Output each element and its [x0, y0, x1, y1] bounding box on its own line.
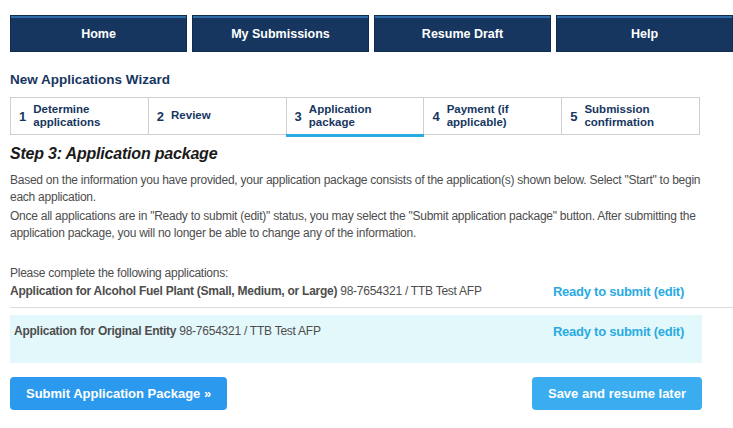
application-title: Application for Original Entity98-765432…	[14, 324, 321, 338]
wizard-title: New Applications Wizard	[10, 72, 170, 87]
application-title: Application for Alcohol Fuel Plant (Smal…	[10, 284, 482, 298]
instructions-paragraph-1: Based on the information you have provid…	[10, 172, 728, 205]
step-label: Determine applications	[33, 103, 133, 129]
footer-buttons: Submit Application Package » Save and re…	[10, 377, 702, 410]
save-and-resume-later-button[interactable]: Save and resume later	[532, 377, 702, 410]
nav-button-help[interactable]: Help	[556, 15, 733, 52]
ready-to-submit-edit-link[interactable]: Ready to submit (edit)	[553, 284, 684, 299]
step-tab-review[interactable]: 2 Review	[148, 98, 286, 134]
application-row-alcohol-fuel-plant: Application for Alcohol Fuel Plant (Smal…	[10, 284, 702, 299]
step-number: 1	[19, 109, 26, 124]
application-detail: 98-7654321 / TTB Test AFP	[340, 284, 481, 298]
step-label: Application package	[309, 103, 409, 129]
application-name: Application for Original Entity	[14, 324, 176, 338]
step-tab-determine-applications[interactable]: 1 Determine applications	[11, 98, 148, 134]
ready-to-submit-edit-link[interactable]: Ready to submit (edit)	[553, 324, 684, 339]
step-label: Submission confirmation	[584, 103, 684, 129]
nav-button-home[interactable]: Home	[10, 15, 187, 52]
step-heading: Step 3: Application package	[10, 145, 217, 163]
step-label: Review	[171, 109, 211, 122]
wizard-step-tabs: 1 Determine applications 2 Review 3 Appl…	[10, 97, 700, 135]
application-name: Application for Alcohol Fuel Plant (Smal…	[10, 284, 337, 298]
nav-button-my-submissions[interactable]: My Submissions	[192, 15, 369, 52]
step-number: 5	[570, 109, 577, 124]
top-nav: Home My Submissions Resume Draft Help	[10, 15, 733, 52]
instructions-paragraph-2: Once all applications are in "Ready to s…	[10, 208, 728, 241]
page: { "nav": { "items": ["Home", "My Submiss…	[0, 0, 733, 428]
step-tab-payment[interactable]: 4 Payment (if applicable)	[423, 98, 561, 134]
application-detail: 98-7654321 / TTB Test AFP	[179, 324, 320, 338]
step-label: Payment (if applicable)	[447, 103, 547, 129]
row-divider	[10, 307, 733, 308]
step-number: 3	[295, 109, 302, 124]
nav-button-resume-draft[interactable]: Resume Draft	[374, 15, 551, 52]
step-number: 2	[157, 109, 164, 124]
application-row-original-entity: Application for Original Entity98-765432…	[10, 315, 702, 363]
step-tab-application-package[interactable]: 3 Application package	[286, 98, 424, 134]
submit-application-package-button[interactable]: Submit Application Package »	[10, 377, 227, 410]
step-number: 4	[432, 109, 439, 124]
applications-intro: Please complete the following applicatio…	[10, 266, 228, 280]
step-tab-submission-confirmation[interactable]: 5 Submission confirmation	[561, 98, 699, 134]
